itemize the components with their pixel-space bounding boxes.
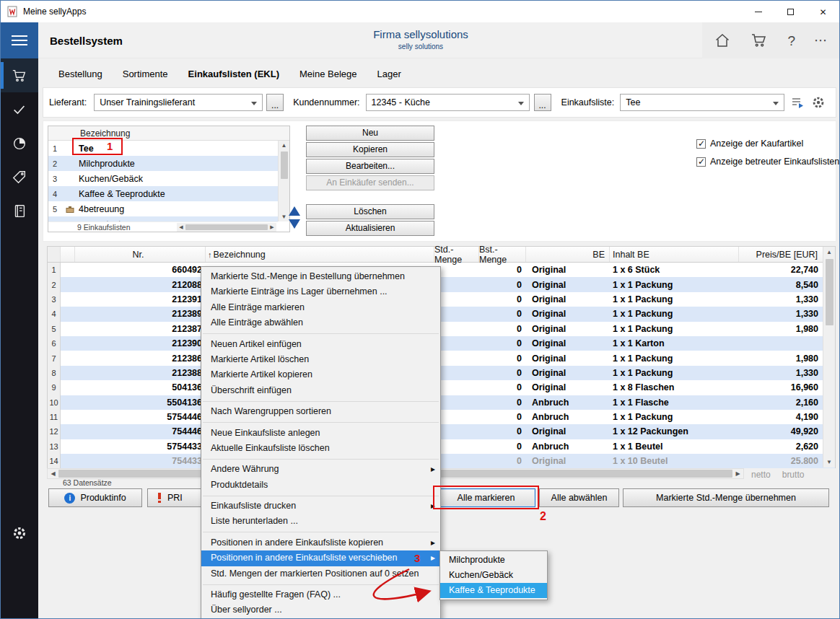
brutto-label[interactable]: brutto	[782, 470, 805, 480]
col-header-bst-menge[interactable]: Bst.-Menge	[479, 247, 526, 262]
move-down-button[interactable]	[289, 219, 300, 229]
menu-item[interactable]: Häufig gestellte Fragen (FAQ) ...	[201, 587, 440, 602]
table-row[interactable]: 1357544330Anbruch1 x 1 Beutel2,620	[48, 439, 835, 454]
netto-label[interactable]: netto	[751, 470, 771, 480]
scroll-left-icon[interactable]: ◀	[48, 470, 58, 477]
tab-einkaufslisten[interactable]: Einkaufslisten (EKL)	[188, 69, 279, 79]
cart-icon[interactable]	[750, 32, 769, 49]
menu-item[interactable]: Liste herunterladen ...	[201, 514, 440, 529]
more-icon[interactable]: ⋯	[814, 34, 828, 47]
tab-sortimente[interactable]: Sortimente	[123, 69, 168, 79]
tab-bestellung[interactable]: Bestellung	[58, 69, 102, 79]
scrollbar-thumb[interactable]	[281, 152, 288, 179]
menu-item[interactable]: Überschrift einfügen	[201, 383, 440, 398]
menu-item[interactable]: Std. Mengen der markierten Positionen au…	[201, 566, 440, 581]
col-header-be[interactable]: BE	[526, 247, 610, 262]
scroll-up-icon[interactable]: ▲	[823, 247, 835, 258]
help-icon[interactable]: ?	[787, 34, 795, 48]
ekl-list-header[interactable]: Bezeichnung	[48, 126, 289, 141]
table-row[interactable]: 147544330Original1 x 10 Beutel25.800	[48, 454, 835, 468]
table-row[interactable]: 95041360Original1 x 8 Flaschen16,960	[48, 380, 835, 395]
submenu-item[interactable]: Kuchen/Gebäck	[440, 568, 547, 583]
sidebar-item-statistik[interactable]	[1, 126, 38, 160]
table-row[interactable]: 62123900Original1 x 1 Karton	[48, 336, 835, 351]
move-up-button[interactable]	[289, 206, 300, 216]
sidebar-settings-button[interactable]	[1, 519, 38, 548]
einkaufsliste-select[interactable]: Tee	[620, 94, 784, 111]
checkbox-anzeige-kaufartikel[interactable]: Anzeige der Kaufartikel	[696, 139, 839, 149]
alle-abwaehlen-button[interactable]: Alle abwählen	[539, 488, 619, 507]
scroll-up-icon[interactable]: ▲	[279, 141, 289, 150]
table-row[interactable]: 1055041360Anbruch1 x 1 Flasche2,160	[48, 395, 835, 410]
scroll-left-icon[interactable]: ◀	[177, 224, 185, 230]
menu-item[interactable]: Markierte Std.-Menge in Bestellung übern…	[201, 269, 440, 284]
export-list-icon[interactable]	[790, 96, 805, 109]
table-row[interactable]: 16604920Original1 x 6 Stück22,740	[48, 263, 835, 277]
alle-markieren-button[interactable]: Alle markieren	[437, 488, 535, 507]
table-row[interactable]: 1157544460Anbruch1 x 1 Packung4,190	[48, 410, 835, 424]
list-item[interactable]: 54betreuung	[48, 201, 278, 216]
sidebar-item-bestellsystem[interactable]	[1, 58, 38, 92]
menu-item[interactable]: Produktdetails	[201, 478, 440, 493]
list-item[interactable]: 3Kuchen/Gebäck	[48, 171, 278, 186]
menu-item[interactable]: Alle Einträge markieren	[201, 300, 440, 315]
checkbox-anzeige-betreute-ekl[interactable]: Anzeige betreuter Einkaufslisten	[696, 157, 839, 167]
table-row[interactable]: 32123910Original1 x 1 Packung1,330	[48, 292, 835, 307]
col-header-preis[interactable]: Preis/BE [EUR]	[739, 247, 824, 262]
aktualisieren-button[interactable]: Aktualisieren	[306, 221, 434, 236]
menu-item[interactable]: Aktuelle Einkaufsliste löschen	[201, 441, 440, 456]
kopieren-button[interactable]: Kopieren	[306, 142, 434, 157]
submenu-item-kaffee-teeprodukte[interactable]: Kaffee & Teeprodukte	[440, 583, 547, 598]
sidebar-item-belege[interactable]	[1, 194, 38, 228]
menu-item[interactable]: Neue Einkaufsliste anlegen	[201, 426, 440, 441]
produktinfo-button[interactable]: Produktinfo	[48, 488, 142, 507]
kundennummer-more-button[interactable]: ...	[534, 94, 551, 111]
col-header-bezeichnung[interactable]: Bezeichnung	[206, 247, 434, 262]
gear-icon[interactable]	[810, 95, 826, 110]
table-row[interactable]: 72123860Original1 x 1 Packung1,980	[48, 351, 835, 365]
menu-item[interactable]: Andere Währung	[201, 462, 440, 477]
lieferant-select[interactable]: Unser Trainingslieferant	[94, 94, 263, 111]
list-item[interactable]: 1Tee	[48, 141, 278, 156]
submenu-item[interactable]: Milchprodukte	[440, 553, 547, 568]
list-item[interactable]: 6menuetest	[48, 216, 278, 221]
scroll-right-icon[interactable]: ▶	[268, 224, 276, 230]
menu-item[interactable]: Positionen in andere Einkaufsliste kopie…	[201, 535, 440, 550]
menu-item[interactable]: Einkaufsliste drucken	[201, 499, 440, 514]
list-item[interactable]: 2Milchprodukte	[48, 156, 278, 171]
col-header-nr[interactable]: Nr.	[75, 247, 206, 262]
loeschen-button[interactable]: Löschen	[306, 204, 434, 219]
menu-item-verschieben[interactable]: Positionen in andere Einkaufsliste versc…	[201, 550, 440, 566]
scroll-down-icon[interactable]: ▼	[823, 457, 835, 467]
scrollbar-thumb[interactable]	[185, 224, 268, 230]
menu-item[interactable]: Markierte Einträge ins Lager übernehmen …	[201, 284, 440, 299]
menu-item[interactable]: Über sellyorder ...	[201, 602, 440, 618]
close-button[interactable]	[807, 1, 839, 22]
table-row[interactable]: 82123880Original1 x 1 Packung1,330	[48, 366, 835, 380]
table-row[interactable]: 127544460Original1 x 12 Packungen49,920	[48, 424, 835, 439]
sidebar-item-angebote[interactable]	[1, 160, 38, 194]
menu-item[interactable]: Neuen Artikel einfügen	[201, 337, 440, 352]
menu-item[interactable]: Markierte Artikel löschen	[201, 352, 440, 367]
minimize-button[interactable]	[742, 1, 774, 22]
col-header-std-menge[interactable]: Std.-Menge	[434, 247, 479, 262]
maximize-button[interactable]	[774, 1, 807, 22]
bearbeiten-button[interactable]: Bearbeiten...	[306, 159, 434, 174]
menu-item[interactable]: Markierte Artikel kopieren	[201, 367, 440, 382]
menu-item[interactable]: Alle Einträge abwählen	[201, 315, 440, 330]
menu-item[interactable]: Nach Warengruppen sortieren	[201, 404, 440, 419]
scroll-right-icon[interactable]: ▶	[732, 470, 743, 477]
sidebar-item-aufgaben[interactable]	[1, 92, 38, 126]
tab-lager[interactable]: Lager	[377, 69, 401, 79]
scroll-down-icon[interactable]: ▼	[279, 212, 289, 221]
home-icon[interactable]	[714, 32, 731, 49]
list-item[interactable]: 4Kaffee & Teeprodukte	[48, 186, 278, 201]
col-header-inhalt-be[interactable]: Inhalt BE	[610, 247, 739, 262]
kundennummer-select[interactable]: 12345 - Küche	[366, 94, 530, 111]
table-row[interactable]: 52123870Original1 x 1 Packung1,980	[48, 322, 835, 336]
table-row[interactable]: 22120880Original1 x 1 Packung8,540	[48, 277, 835, 291]
neu-button[interactable]: Neu	[306, 126, 434, 141]
tab-meine-belege[interactable]: Meine Belege	[299, 69, 357, 79]
table-row[interactable]: 42123890Original1 x 1 Packung1,330	[48, 307, 835, 321]
menu-button[interactable]	[1, 22, 38, 58]
